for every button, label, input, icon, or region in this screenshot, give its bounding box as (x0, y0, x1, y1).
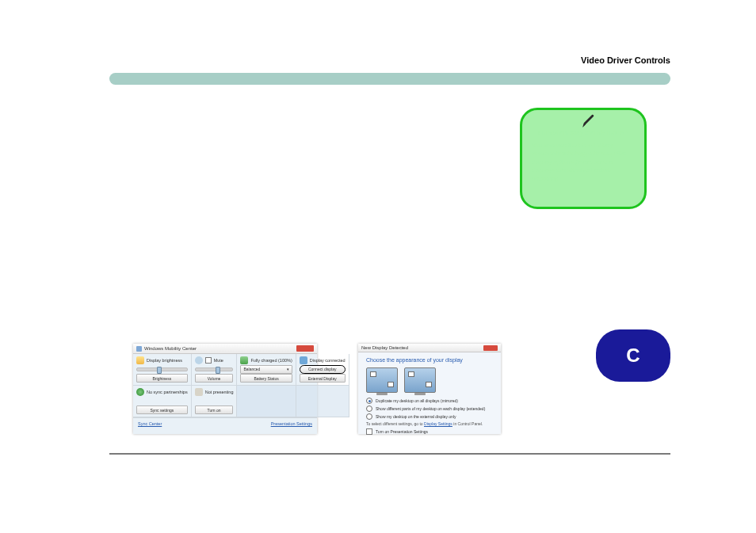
tile-label: No sync partnerships (147, 390, 188, 394)
sync-icon (136, 388, 144, 396)
footer-divider (109, 453, 670, 455)
dialog-hint: To select different settings, go to Disp… (366, 421, 493, 426)
chevron-down-icon: ▾ (287, 367, 289, 371)
tile-empty (237, 386, 296, 417)
tile-label: Not presenting (205, 390, 234, 394)
sync-center-link[interactable]: Sync Center (138, 421, 162, 426)
close-icon[interactable] (296, 345, 314, 352)
sync-settings-button[interactable]: Sync settings (136, 405, 188, 414)
note-text: You can use the Fn + F7 key combination … (532, 142, 635, 183)
tile-presentation: Not presenting Turn on (192, 386, 238, 417)
tile-empty (296, 386, 349, 417)
connect-display-button[interactable]: Connect display (300, 365, 346, 374)
monitor-icon (300, 356, 307, 364)
tile-volume: Mute Volume (192, 354, 238, 386)
tile-label: Display brightness (147, 358, 182, 363)
close-icon[interactable] (483, 345, 498, 351)
brightness-icon (136, 356, 144, 364)
brightness-button[interactable]: Brightness (136, 374, 188, 383)
chapter-badge-text: C (626, 345, 640, 367)
radio-icon (366, 398, 372, 404)
turn-on-presentation[interactable]: Turn on Presentation Settings (366, 428, 493, 435)
window-titlebar: Windows Mobility Center (133, 344, 317, 354)
body-step-1: 1. Attach your external display to the e… (109, 176, 499, 188)
window-title: Windows Mobility Center (144, 344, 197, 353)
tile-label: Display connected (310, 358, 346, 363)
volume-button[interactable]: Volume (195, 374, 234, 383)
tile-label: Fully charged (100%) (250, 358, 292, 363)
radio-icon (366, 405, 372, 412)
chapter-badge: C (596, 329, 670, 382)
checkbox-icon (366, 428, 372, 435)
window-titlebar: New Display Detected (358, 344, 501, 352)
tile-brightness: Display brightness Brightness (133, 354, 192, 386)
mute-checkbox[interactable]: Mute (205, 357, 223, 364)
window-title: New Display Detected (361, 344, 408, 352)
window-footer: Sync Center Presentation Settings (133, 417, 317, 429)
monitor-preview-1[interactable] (366, 367, 398, 393)
turn-on-button[interactable]: Turn on (195, 405, 234, 414)
battery-icon (240, 356, 248, 364)
speaker-icon (195, 356, 203, 364)
page-title: Attaching Other Displays (109, 83, 327, 104)
brightness-slider[interactable] (136, 367, 188, 371)
tile-external-display: Display connected Connect display Extern… (296, 354, 349, 386)
option-mirrored[interactable]: Duplicate my desktop on all displays (mi… (366, 398, 493, 404)
projector-icon (195, 388, 203, 396)
monitor-preview-2[interactable] (404, 367, 436, 393)
figure-caption: Figure C - 2 - Windows Mobility Center &… (109, 440, 333, 449)
monitor-preview-row (366, 367, 493, 393)
battery-button[interactable]: Battery Status (240, 374, 292, 383)
pen-icon (581, 113, 595, 129)
body-paragraph: Besides the built-in LCD, you can also u… (109, 115, 499, 166)
display-settings-link[interactable]: Display Settings (424, 421, 452, 426)
option-external-only[interactable]: Show my desktop on the external display … (366, 413, 493, 420)
tile-sync: No sync partnerships Sync settings (133, 386, 192, 417)
thumbnail-new-display: New Display Detected Choose the appearan… (358, 344, 501, 434)
tiles-grid: Display brightness Brightness Mute Volum… (133, 354, 317, 417)
presentation-settings-link[interactable]: Presentation Settings (271, 421, 312, 426)
note-box: Function Key Combination You can use the… (520, 108, 647, 209)
tile-battery: Fully charged (100%) Balanced▾ Battery S… (237, 354, 296, 386)
body-step-3: 3. For Intel you may click the Windows M… (109, 233, 499, 272)
dialog-heading: Choose the appearance of your display (366, 357, 493, 363)
body-step-2: 2. Go to the NVIDIA Control Panel (see p… (109, 198, 499, 223)
page-number: C - 7 (651, 458, 670, 467)
body-text: Besides the built-in LCD, you can also u… (109, 115, 499, 281)
radio-icon (366, 413, 372, 420)
external-display-button[interactable]: External Display (300, 374, 346, 383)
volume-slider[interactable] (195, 367, 234, 371)
note-title: Function Key Combination (532, 129, 635, 137)
power-plan-dropdown[interactable]: Balanced▾ (240, 365, 292, 374)
section-header: Video Driver Controls (581, 55, 670, 65)
app-icon (136, 346, 142, 352)
thumbnail-mobility-center: Windows Mobility Center Display brightne… (133, 344, 317, 434)
option-extended[interactable]: Show different parts of my desktop on ea… (366, 405, 493, 412)
